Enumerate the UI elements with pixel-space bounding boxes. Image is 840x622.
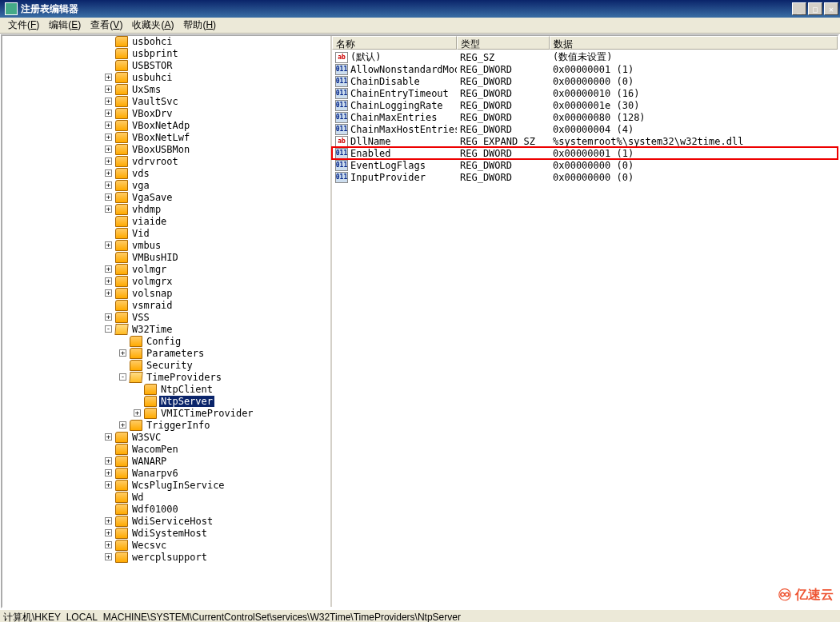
tree-panel[interactable]: usbohciusbprintUSBSTOR+usbuhci+UxSms+Vau… — [2, 36, 332, 607]
tree-label[interactable]: VBoxUSBMon — [130, 144, 191, 155]
tree-label[interactable]: usbohci — [130, 36, 174, 47]
list-row[interactable]: 011InputProviderREG_DWORD0x00000000 (0) — [332, 171, 838, 183]
tree-label[interactable]: W3SVC — [130, 432, 162, 443]
list-row[interactable]: 011AllowNonstandardMod...REG_DWORD0x0000… — [332, 63, 838, 75]
expand-icon[interactable]: + — [105, 277, 112, 285]
expand-icon[interactable]: + — [105, 134, 112, 141]
tree-label[interactable]: Wecsvc — [130, 540, 168, 551]
tree-label[interactable]: vmbus — [130, 240, 162, 251]
expand-icon[interactable]: + — [105, 553, 112, 560]
maximize-button[interactable]: □ — [808, 2, 822, 15]
tree-item[interactable]: usbohci — [62, 36, 255, 47]
expand-icon[interactable]: + — [105, 193, 112, 201]
tree-item[interactable]: WacomPen — [62, 443, 255, 455]
tree-label[interactable]: VBoxNetLwf — [130, 132, 191, 143]
expand-icon[interactable]: + — [105, 481, 112, 488]
tree-item[interactable]: +WcsPlugInService — [62, 479, 255, 491]
tree-item[interactable]: +VMICTimeProvider — [62, 407, 255, 419]
menu-help[interactable]: 帮助(H) — [178, 17, 221, 34]
expand-icon[interactable]: + — [105, 110, 112, 117]
tree-item[interactable]: Security — [62, 359, 255, 371]
tree-item[interactable]: +Wecsvc — [62, 539, 255, 551]
tree-label[interactable]: vhdmp — [130, 204, 162, 215]
tree-item[interactable]: +VBoxDrv — [62, 107, 255, 119]
tree-label[interactable]: NtpServer — [159, 396, 214, 407]
tree-label[interactable]: Parameters — [145, 348, 206, 359]
tree-item[interactable]: NtpServer — [62, 395, 255, 407]
tree-label[interactable]: VSS — [130, 312, 151, 323]
tree-item[interactable]: +volmgr — [62, 263, 255, 275]
column-data[interactable]: 数据 — [550, 36, 838, 50]
expand-icon[interactable]: + — [105, 517, 112, 524]
tree-item[interactable]: vsmraid — [62, 299, 255, 311]
tree-item[interactable]: +wercplsupport — [62, 551, 255, 563]
tree-label[interactable]: volmgrx — [130, 276, 174, 287]
list-row[interactable]: 011ChainMaxEntriesREG_DWORD0x00000080 (1… — [332, 111, 838, 123]
tree-item[interactable]: +VaultSvc — [62, 95, 255, 107]
tree-item[interactable]: VMBusHID — [62, 251, 255, 263]
tree-item[interactable]: +WANARP — [62, 455, 255, 467]
list-row[interactable]: 011ChainLoggingRateREG_DWORD0x0000001e (… — [332, 99, 838, 111]
tree-label[interactable]: Config — [145, 336, 182, 347]
tree-item[interactable]: +volmgrx — [62, 275, 255, 287]
list-row[interactable]: abDllNameREG_EXPAND_SZ%systemroot%\syste… — [332, 135, 838, 147]
tree-item[interactable]: viaide — [62, 215, 255, 227]
list-row[interactable]: 011ChainMaxHostEntriesREG_DWORD0x0000000… — [332, 123, 838, 135]
list-row[interactable]: ab(默认)REG_SZ(数值未设置) — [332, 51, 838, 63]
tree-label[interactable]: volmgr — [130, 264, 168, 275]
tree-label[interactable]: Wdf01000 — [130, 504, 180, 515]
tree-item[interactable]: usbprint — [62, 47, 255, 59]
menu-favorites[interactable]: 收藏夹(A) — [127, 17, 178, 34]
tree-label[interactable]: W32Time — [130, 324, 174, 335]
tree-item[interactable]: +vdrvroot — [62, 155, 255, 167]
expand-icon[interactable]: + — [105, 146, 112, 153]
tree-item[interactable]: USBSTOR — [62, 59, 255, 71]
tree-label[interactable]: VaultSvc — [130, 96, 180, 107]
close-button[interactable]: ✕ — [824, 2, 838, 15]
expand-icon[interactable]: + — [105, 433, 112, 441]
tree-item[interactable]: +VSS — [62, 311, 255, 323]
list-row[interactable]: 011ChainDisableREG_DWORD0x00000000 (0) — [332, 75, 838, 87]
tree-item[interactable]: +vhdmp — [62, 203, 255, 215]
expand-icon[interactable]: + — [105, 541, 112, 548]
expand-icon[interactable]: + — [105, 74, 112, 81]
menu-view[interactable]: 查看(V) — [86, 17, 127, 34]
expand-icon[interactable]: + — [105, 181, 112, 189]
tree-label[interactable]: viaide — [130, 216, 168, 227]
expand-icon[interactable]: + — [105, 289, 112, 297]
tree-label[interactable]: vdrvroot — [130, 156, 180, 167]
expand-icon[interactable]: + — [105, 86, 112, 93]
tree-label[interactable]: UxSms — [130, 84, 162, 95]
tree-label[interactable]: WANARP — [130, 456, 168, 467]
menu-file[interactable]: 文件(F) — [3, 17, 44, 34]
expand-icon[interactable]: + — [105, 122, 112, 129]
expand-icon[interactable]: + — [119, 349, 126, 357]
tree-label[interactable]: vds — [130, 168, 151, 179]
expand-icon[interactable]: + — [105, 313, 112, 321]
tree-label[interactable]: usbprint — [130, 48, 180, 59]
tree-label[interactable]: VgaSave — [130, 192, 174, 203]
tree-item[interactable]: Wdf01000 — [62, 503, 255, 515]
list-body[interactable]: ab(默认)REG_SZ(数值未设置)011AllowNonstandardMo… — [332, 50, 838, 607]
list-row[interactable]: 011EnabledREG_DWORD0x00000001 (1) — [332, 147, 838, 159]
expand-icon[interactable]: + — [134, 409, 141, 417]
tree-label[interactable]: usbuhci — [130, 72, 174, 83]
tree-item[interactable]: +Parameters — [62, 347, 255, 359]
tree-label[interactable]: Wd — [130, 492, 145, 503]
expand-icon[interactable]: + — [105, 169, 112, 177]
tree-label[interactable]: WcsPlugInService — [130, 480, 226, 491]
tree-item[interactable]: +VBoxNetAdp — [62, 119, 255, 131]
collapse-icon[interactable]: - — [105, 325, 112, 333]
expand-icon[interactable]: + — [105, 265, 112, 273]
tree-item[interactable]: Wd — [62, 491, 255, 503]
tree-item[interactable]: +vmbus — [62, 239, 255, 251]
tree-item[interactable]: +vds — [62, 167, 255, 179]
tree-item[interactable]: NtpClient — [62, 383, 255, 395]
tree-label[interactable]: NtpClient — [159, 384, 214, 395]
tree-item[interactable]: +UxSms — [62, 83, 255, 95]
collapse-icon[interactable]: - — [119, 373, 126, 381]
expand-icon[interactable]: + — [105, 529, 112, 536]
tree-label[interactable]: USBSTOR — [130, 60, 174, 71]
expand-icon[interactable]: + — [105, 98, 112, 105]
tree-item[interactable]: +volsnap — [62, 287, 255, 299]
